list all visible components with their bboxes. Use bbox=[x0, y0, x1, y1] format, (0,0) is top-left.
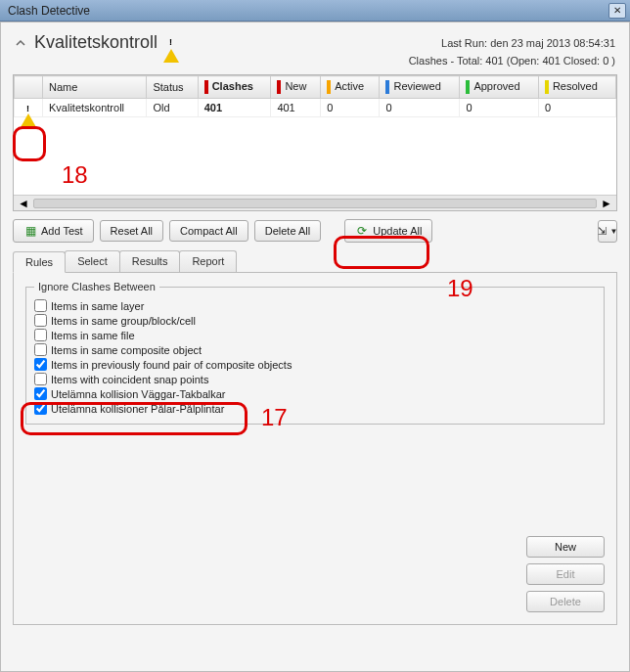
tests-table-area: Name Status Clashes New Active Reviewed … bbox=[13, 74, 617, 211]
rule-item[interactable]: Items in same composite object bbox=[34, 342, 596, 357]
rules-panel: Ignore Clashes Between Items in same lay… bbox=[13, 273, 617, 625]
col-active[interactable]: Active bbox=[321, 76, 380, 99]
cell-clashes: 401 bbox=[198, 99, 271, 117]
add-test-button[interactable]: ▦ Add Test bbox=[13, 219, 94, 243]
rule-checkbox[interactable] bbox=[34, 402, 47, 415]
rule-item[interactable]: Utelämna kollisioner Pålar-Pålplintar bbox=[34, 401, 596, 416]
scroll-track[interactable] bbox=[33, 199, 597, 208]
col-status[interactable]: Status bbox=[147, 76, 198, 99]
cell-status: Old bbox=[147, 99, 198, 117]
rule-new-button[interactable]: New bbox=[526, 536, 605, 558]
plus-icon: ▦ bbox=[23, 224, 37, 238]
reset-all-button[interactable]: Reset All bbox=[100, 220, 163, 242]
close-button[interactable]: ✕ bbox=[608, 3, 626, 19]
rule-item[interactable]: Items in same file bbox=[34, 328, 596, 342]
cell-resolved: 0 bbox=[538, 99, 615, 117]
panel: Kvalitetskontroll Last Run: den 23 maj 2… bbox=[0, 22, 630, 672]
rule-checkbox[interactable] bbox=[34, 373, 47, 385]
tab-results[interactable]: Results bbox=[119, 250, 181, 272]
clashes-summary: Clashes - Total: 401 (Open: 401 Closed: … bbox=[1, 55, 629, 74]
col-reviewed[interactable]: Reviewed bbox=[380, 76, 460, 99]
ignore-legend: Ignore Clashes Between bbox=[34, 281, 159, 292]
cell-active: 0 bbox=[321, 99, 380, 117]
col-clashes[interactable]: Clashes bbox=[198, 76, 271, 99]
rule-checkbox[interactable] bbox=[34, 343, 47, 356]
ignore-fieldset: Ignore Clashes Between Items in same lay… bbox=[25, 281, 605, 425]
last-run-value: den 23 maj 2013 08:54:31 bbox=[490, 37, 615, 49]
update-all-button[interactable]: ⟳ Update All bbox=[344, 219, 432, 243]
export-menu-button[interactable]: ⇲▼ bbox=[598, 220, 617, 243]
scroll-left-icon[interactable]: ◄ bbox=[18, 197, 29, 210]
horizontal-scrollbar[interactable]: ◄ ► bbox=[14, 195, 616, 210]
update-icon: ⟳ bbox=[355, 224, 369, 238]
rule-item[interactable]: Utelämna kollision Väggar-Takbalkar bbox=[34, 386, 596, 401]
tests-table: Name Status Clashes New Active Reviewed … bbox=[14, 75, 616, 117]
tab-select[interactable]: Select bbox=[65, 250, 120, 272]
scroll-right-icon[interactable]: ► bbox=[601, 197, 612, 210]
export-icon: ⇲ bbox=[598, 225, 607, 238]
tab-report[interactable]: Report bbox=[179, 250, 237, 272]
rules-side-buttons: New Edit Delete bbox=[526, 536, 605, 612]
compact-all-button[interactable]: Compact All bbox=[169, 220, 248, 242]
warning-icon bbox=[163, 35, 179, 51]
cell-name: Kvalitetskontroll bbox=[43, 99, 147, 117]
col-icon[interactable] bbox=[15, 76, 43, 99]
header: Kvalitetskontroll Last Run: den 23 maj 2… bbox=[1, 22, 629, 55]
last-run-label: Last Run: bbox=[441, 37, 487, 49]
rule-checkbox[interactable] bbox=[34, 299, 47, 312]
rule-item[interactable]: Items in same layer bbox=[34, 298, 596, 313]
rule-label: Items with coincident snap points bbox=[51, 374, 208, 385]
rule-checkbox[interactable] bbox=[34, 358, 47, 371]
current-test-name: Kvalitetskontroll bbox=[34, 32, 158, 53]
cell-new: 401 bbox=[271, 99, 321, 117]
titlebar: Clash Detective ✕ bbox=[0, 0, 630, 22]
col-new[interactable]: New bbox=[271, 76, 321, 99]
rule-checkbox[interactable] bbox=[34, 387, 47, 400]
table-row[interactable]: Kvalitetskontroll Old 401 401 0 0 0 0 bbox=[15, 99, 616, 117]
rule-label: Utelämna kollisioner Pålar-Pålplintar bbox=[51, 403, 224, 415]
rule-checkbox[interactable] bbox=[34, 314, 47, 327]
collapse-chevron-icon[interactable] bbox=[15, 37, 26, 49]
col-name[interactable]: Name bbox=[43, 76, 147, 99]
rule-label: Utelämna kollision Väggar-Takbalkar bbox=[51, 388, 226, 400]
rule-item[interactable]: Items with coincident snap points bbox=[34, 372, 596, 386]
rule-item[interactable]: Items in previously found pair of compos… bbox=[34, 357, 596, 372]
delete-all-button[interactable]: Delete All bbox=[254, 220, 321, 242]
col-resolved[interactable]: Resolved bbox=[538, 76, 615, 99]
tab-rules[interactable]: Rules bbox=[13, 251, 66, 273]
rule-label: Items in same group/block/cell bbox=[51, 315, 196, 327]
rule-item[interactable]: Items in same group/block/cell bbox=[34, 313, 596, 328]
rule-edit-button[interactable]: Edit bbox=[526, 563, 605, 585]
rule-label: Items in previously found pair of compos… bbox=[51, 359, 292, 371]
rule-delete-button[interactable]: Delete bbox=[526, 591, 605, 612]
rule-label: Items in same composite object bbox=[51, 344, 202, 356]
toolbar: ▦ Add Test Reset All Compact All Delete … bbox=[13, 219, 617, 243]
cell-approved: 0 bbox=[460, 99, 539, 117]
cell-reviewed: 0 bbox=[380, 99, 460, 117]
col-approved[interactable]: Approved bbox=[460, 76, 539, 99]
rule-label: Items in same layer bbox=[51, 300, 144, 312]
window-title: Clash Detective bbox=[8, 4, 608, 18]
rule-label: Items in same file bbox=[51, 330, 135, 341]
rule-checkbox[interactable] bbox=[34, 329, 47, 341]
last-run-info: Last Run: den 23 maj 2013 08:54:31 bbox=[441, 37, 615, 49]
tabs: Rules Select Results Report bbox=[13, 250, 617, 273]
row-warning-icon bbox=[15, 99, 43, 117]
